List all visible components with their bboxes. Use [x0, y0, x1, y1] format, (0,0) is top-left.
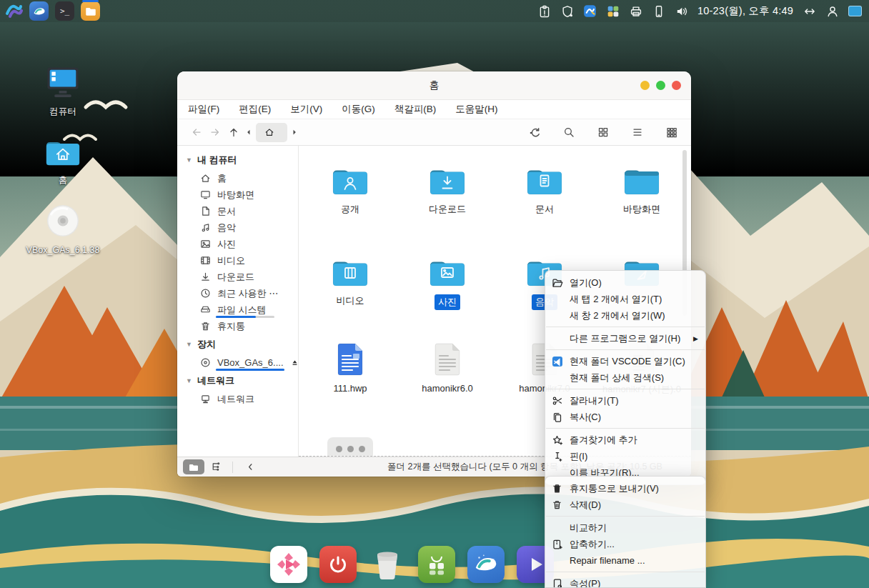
- context-menu-item[interactable]: 복사(C): [545, 409, 705, 425]
- context-menu-item[interactable]: 새 탭 2 개에서 열기(T): [545, 291, 705, 307]
- sidebar-section-label: 네트워크: [197, 374, 234, 387]
- sidebar-item[interactable]: 음악: [177, 219, 298, 236]
- sidebar-section-0[interactable]: ▼내 컴퓨터: [177, 150, 298, 170]
- open-folder-icon: [552, 277, 570, 289]
- close-button[interactable]: [672, 81, 681, 90]
- desktop-icon-disc[interactable]: VBox_GAs_6.1.38: [29, 202, 97, 255]
- sidebar-item[interactable]: 다운로드: [177, 269, 298, 285]
- user-icon[interactable]: [825, 4, 839, 18]
- context-menu-item[interactable]: 핀(I): [545, 448, 705, 464]
- terminal-icon[interactable]: >_: [55, 1, 74, 21]
- copy-icon: [552, 412, 570, 423]
- app-launcher-icon[interactable]: [418, 546, 455, 583]
- file-label: hamonikr6.0: [422, 383, 473, 394]
- context-menu-item[interactable]: 휴지통으로 보내기(V): [545, 480, 705, 497]
- collapse-sidebar-icon[interactable]: [239, 459, 261, 474]
- sidebar-section-label: 장치: [197, 338, 216, 351]
- whale-browser-icon[interactable]: [29, 1, 49, 21]
- menubar-item-3[interactable]: 이동(G): [342, 103, 375, 116]
- sidebar-item[interactable]: 휴지통: [177, 318, 298, 334]
- context-menu-item[interactable]: 새 창 2 개에서 열기(W): [545, 307, 705, 324]
- maximize-button[interactable]: [656, 81, 665, 90]
- context-menu-item[interactable]: 압축하기...: [545, 536, 705, 552]
- mobile-device-icon[interactable]: [652, 4, 665, 18]
- sidebar-item-label: 휴지통: [217, 320, 245, 333]
- minimize-button[interactable]: [640, 81, 650, 90]
- photos-icon[interactable]: [606, 4, 620, 18]
- sidebar-item[interactable]: 비디오: [177, 252, 298, 269]
- menu-item-label: 비교하기: [570, 522, 607, 534]
- whale-browser-icon[interactable]: [467, 546, 505, 583]
- file-manager-icon[interactable]: [81, 1, 100, 21]
- desktop-icon-home-folder[interactable]: 홈: [29, 136, 97, 186]
- trash-bin-icon[interactable]: [369, 546, 406, 583]
- printer-icon[interactable]: [629, 4, 642, 18]
- download-icon: [200, 271, 211, 282]
- sidebar-item[interactable]: VBox_GAs_6....: [177, 354, 298, 371]
- file-item[interactable]: hamonikr6.0: [403, 340, 492, 394]
- context-menu-item[interactable]: 현재 폴더 VSCODE 열기(C): [545, 353, 705, 369]
- clock[interactable]: 10-23(월), 오후 4:49: [697, 4, 793, 18]
- folder-icon: [427, 160, 468, 197]
- context-menu-item[interactable]: 다른 프로그램으로 열기(H)▶: [545, 330, 705, 347]
- compact-view-icon[interactable]: [662, 123, 681, 141]
- context-menu-item[interactable]: 비교하기: [545, 519, 705, 536]
- breadcrumb[interactable]: [256, 123, 287, 142]
- workspace-icon[interactable]: [848, 4, 862, 18]
- up-icon[interactable]: [224, 123, 243, 141]
- sidebar-section-2[interactable]: ▼네트워크: [177, 371, 298, 391]
- volume-icon[interactable]: [675, 4, 688, 18]
- context-menu-item[interactable]: 속성(P): [545, 575, 705, 588]
- power-icon[interactable]: [319, 546, 357, 583]
- sidebar-item[interactable]: 네트워크: [177, 391, 298, 407]
- menubar-item-0[interactable]: 파일(F): [188, 103, 219, 116]
- sidebar-section-1[interactable]: ▼장치: [177, 334, 298, 354]
- back-icon[interactable]: [187, 123, 206, 141]
- context-menu-item[interactable]: 즐겨찾기에 추가: [545, 432, 705, 448]
- file-item[interactable]: 111.hwp: [306, 340, 394, 394]
- next-crumb-icon[interactable]: [289, 123, 300, 141]
- icon-view-toggle-icon[interactable]: [183, 459, 204, 474]
- sidebar-item[interactable]: 바탕화면: [177, 186, 298, 203]
- list-view-icon[interactable]: [628, 123, 647, 141]
- folder-item[interactable]: 바탕화면: [597, 160, 686, 216]
- folder-item[interactable]: 다운로드: [403, 160, 492, 216]
- sidebar-item[interactable]: 홈: [177, 170, 298, 186]
- menubar-item-5[interactable]: 도움말(H): [455, 103, 497, 116]
- folder-item[interactable]: 문서: [500, 160, 589, 216]
- forward-icon[interactable]: [206, 123, 224, 141]
- menu-item-label: 새 창 2 개에서 열기(W): [570, 309, 665, 322]
- context-menu-item[interactable]: Repair filename ...: [545, 552, 705, 569]
- sidebar-item[interactable]: 사진: [177, 236, 298, 252]
- eject-icon[interactable]: [290, 358, 299, 367]
- hamonikr-logo-icon[interactable]: [4, 1, 23, 21]
- toggle-location-icon[interactable]: [525, 123, 544, 141]
- sidebar-item[interactable]: 최근 사용한 ⋯: [177, 285, 298, 302]
- folder-item[interactable]: 공개: [306, 160, 394, 216]
- input-switch-icon[interactable]: [803, 4, 816, 18]
- menubar-item-4[interactable]: 책갈피(B): [394, 103, 437, 116]
- security-shield-icon[interactable]: [560, 4, 574, 18]
- folder-item[interactable]: 사진: [403, 251, 492, 310]
- pin-icon: [552, 451, 570, 462]
- prev-crumb-icon[interactable]: [243, 123, 254, 141]
- context-menu-item[interactable]: 열기(O): [545, 274, 705, 291]
- menubar: 파일(F)편집(E)보기(V)이동(G)책갈피(B)도움말(H): [177, 100, 691, 119]
- search-icon[interactable]: [560, 123, 578, 141]
- clipboard-icon[interactable]: [537, 4, 551, 18]
- sidebar-item[interactable]: 파일 시스템: [177, 302, 298, 318]
- sidebar-item[interactable]: 문서: [177, 203, 298, 219]
- input-method-icon[interactable]: [583, 4, 597, 18]
- sidebar-item-label: VBox_GAs_6....: [217, 357, 284, 368]
- folder-item[interactable]: 비디오: [306, 251, 394, 307]
- menubar-item-2[interactable]: 보기(V): [290, 103, 322, 116]
- media-app-icon[interactable]: [270, 546, 307, 583]
- tree-view-toggle-icon[interactable]: [204, 459, 226, 474]
- context-menu-item[interactable]: 잘라내기(T): [545, 392, 705, 409]
- context-menu-item[interactable]: 현재 폴더 상세 검색(S): [545, 369, 705, 386]
- menubar-item-1[interactable]: 편집(E): [239, 103, 271, 116]
- grid-view-icon[interactable]: [594, 123, 612, 141]
- desktop-icon-computer[interactable]: 컴퓨터: [29, 63, 97, 118]
- context-menu-item[interactable]: 삭제(D): [545, 497, 705, 513]
- titlebar[interactable]: 홈: [177, 71, 691, 100]
